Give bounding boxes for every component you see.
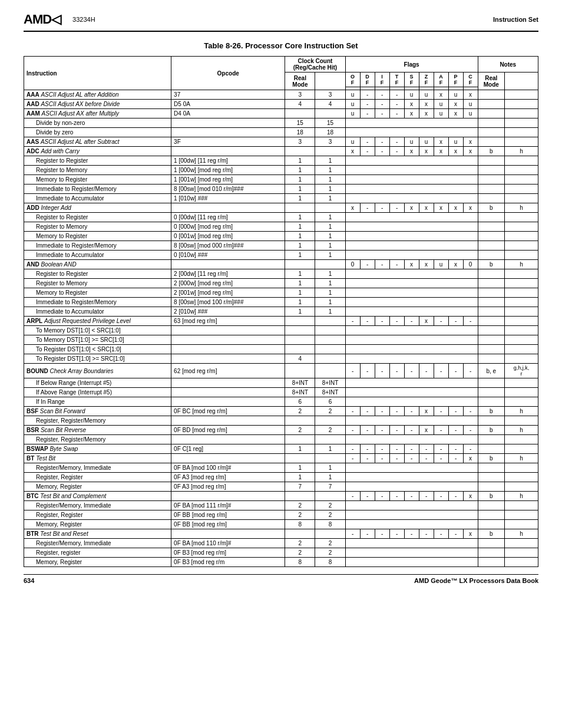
table-row: Register to Register 2 [00dw] [11 reg r/…	[24, 269, 538, 279]
table-row: BSWAP Byte Swap 0F C[1 reg] 1 1 - - - - …	[24, 444, 538, 454]
col-flag-pf: PF	[448, 73, 463, 87]
table-row: To Register DST[1:0] < SRC[1:0]	[24, 345, 538, 354]
col-header-notes: Notes	[478, 57, 538, 73]
table-row: Register, Register 0F A3 [mod reg r/m] 1…	[24, 473, 538, 482]
table-row: Register to Memory 0 [000w] [mod reg r/m…	[24, 222, 538, 232]
col-flag-cf: CF	[463, 73, 478, 87]
table-row: Register to Register 0 [00dw] [11 reg r/…	[24, 213, 538, 222]
col-header-real-mode: RealMode	[285, 73, 315, 90]
col-header-flags: Flags	[345, 57, 478, 73]
footer-doc-title: AMD Geode™ LX Processors Data Book	[414, 577, 538, 584]
header-left: AMD◁ 33234H	[24, 12, 95, 27]
table-row: Register to Register 1 [00dw] [11 reg r/…	[24, 156, 538, 166]
table-row: Memory, Register 0F B3 [mod reg r/m 8 8	[24, 558, 538, 567]
table-row: To Register DST[1:0] >= SRC[1:0] 4	[24, 354, 538, 364]
table-row: AAD ASCII Adjust AX before Divide D5 0A …	[24, 100, 538, 109]
table-row: ADC Add with Carry x - - - x x x x x b h	[24, 147, 538, 156]
table-row: BT Test Bit - - - - - - - - x b h	[24, 454, 538, 463]
table-title: Table 8-26. Processor Core Instruction S…	[24, 41, 538, 50]
table-row: If Below Range (Interrupt #5) 8+INT 8+IN…	[24, 378, 538, 388]
table-row: Divide by non-zero 15 15	[24, 118, 538, 128]
header-title: Instruction Set	[493, 16, 538, 23]
col-header-opcode: Opcode	[171, 57, 285, 90]
col-header-notes-real: RealMode	[478, 73, 504, 90]
col-flag-if: IF	[375, 73, 389, 87]
table-row: Immediate to Accumulator 2 [010w] ### 1 …	[24, 307, 538, 317]
col-flag-df: DF	[360, 73, 375, 87]
table-row: Register to Memory 1 [000w] [mod reg r/m…	[24, 166, 538, 175]
table-row: Immediate to Register/Memory 8 [00sw] [m…	[24, 241, 538, 251]
table-row: Immediate to Accumulator 0 [010w] ### 1 …	[24, 251, 538, 260]
table-row: AND Boolean AND 0 - - - x x u x 0 b h	[24, 260, 538, 269]
col-flag-of: OF	[345, 73, 360, 87]
col-header-cache-hit	[315, 73, 345, 90]
table-row: Memory to Register 0 [001w] [mod reg r/m…	[24, 232, 538, 241]
table-row: Register, Register/Memory	[24, 435, 538, 444]
table-row: Immediate to Register/Memory 8 [00sw] [m…	[24, 298, 538, 307]
table-row: Register/Memory, Immediate 0F BA [mod 11…	[24, 539, 538, 548]
table-row: If Above Range (Interrupt #5) 8+INT 8+IN…	[24, 388, 538, 397]
col-header-notes-label	[505, 73, 538, 90]
table-row: To Memory DST[1:0] >= SRC[1:0]	[24, 335, 538, 345]
table-row: Memory to Register 1 [001w] [mod reg r/m…	[24, 175, 538, 185]
instruction-table: Instruction Opcode Clock Count(Reg/Cache…	[24, 56, 538, 567]
table-row: Memory, Register 0F A3 [mod reg r/m] 7 7	[24, 482, 538, 492]
table-row: Divide by zero 18 18	[24, 128, 538, 137]
table-row: BSF Scan Bit Forward 0F BC [mod reg r/m]…	[24, 407, 538, 416]
page-footer: 634 AMD Geode™ LX Processors Data Book	[24, 574, 538, 584]
amd-logo: AMD◁	[24, 12, 61, 27]
col-flag-tf: TF	[389, 73, 404, 87]
page-number: 634	[24, 577, 34, 584]
col-flag-sf: SF	[404, 73, 419, 87]
table-row: Register, Register 0F BB [mod reg r/m] 2…	[24, 510, 538, 520]
table-row: Register/Memory, Immediate 0F BA [mod 11…	[24, 501, 538, 510]
table-row: Register to Memory 2 [000w] [mod reg r/m…	[24, 279, 538, 288]
col-flag-zf: ZF	[419, 73, 434, 87]
doc-number: 33234H	[72, 16, 95, 23]
table-row: Memory, Register 0F BB [mod reg r/m] 8 8	[24, 520, 538, 529]
table-row: BTR Test Bit and Reset - - - - - - - - x…	[24, 529, 538, 539]
page: AMD◁ 33234H Instruction Set Table 8-26. …	[0, 0, 562, 728]
table-row: BSR Scan Bit Reverse 0F BD [mod reg r/m]…	[24, 426, 538, 435]
page-header: AMD◁ 33234H Instruction Set	[24, 12, 538, 32]
table-row: AAM ASCII Adjust AX after Multiply D4 0A…	[24, 109, 538, 118]
table-row: AAA ASCII Adjust AL after Addition 37 3 …	[24, 90, 538, 100]
table-row: Memory to Register 2 [001w] [mod reg r/m…	[24, 288, 538, 298]
col-flag-af: AF	[434, 73, 448, 87]
table-row: AAS ASCII Adjust AL after Subtract 3F 3 …	[24, 137, 538, 147]
col-header-clock: Clock Count(Reg/Cache Hit)	[285, 57, 345, 73]
table-row: Register, Register/Memory	[24, 416, 538, 426]
table-row: To Memory DST[1:0] < SRC[1:0]	[24, 326, 538, 335]
table-row: BTC Test Bit and Complement - - - - - - …	[24, 492, 538, 501]
table-row: BOUND Check Array Boundaries 62 [mod reg…	[24, 364, 538, 378]
table-row: Register, register 0F B3 [mod reg r/m] 2…	[24, 548, 538, 558]
table-row: Register/Memory, Immediate 0F BA [mod 10…	[24, 463, 538, 473]
table-row: ARPL Adjust Requested Privilege Level 63…	[24, 317, 538, 326]
table-row: If In Range 6 6	[24, 397, 538, 407]
table-row: Immediate to Accumulator 1 [010w] ### 1 …	[24, 194, 538, 203]
table-row: ADD Integer Add x - - - x x x x x b h	[24, 203, 538, 213]
table-row: Immediate to Register/Memory 8 [00sw] [m…	[24, 185, 538, 194]
col-header-instruction: Instruction	[24, 57, 171, 90]
